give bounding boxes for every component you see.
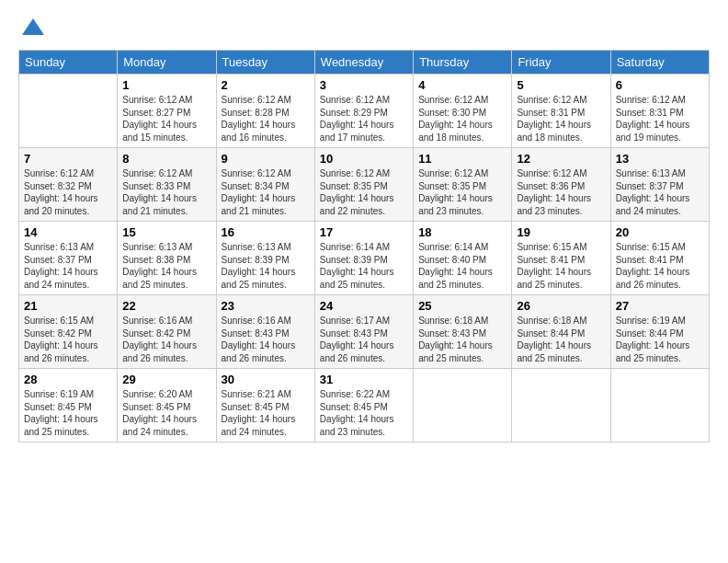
day-info: Sunrise: 6:22 AM Sunset: 8:45 PM Dayligh… [320,388,408,438]
day-info: Sunrise: 6:18 AM Sunset: 8:44 PM Dayligh… [517,315,605,364]
calendar-cell: 25Sunrise: 6:18 AM Sunset: 8:43 PM Dayli… [414,295,512,369]
day-number: 1 [122,78,210,92]
day-number: 28 [24,373,112,386]
calendar-cell: 9Sunrise: 6:12 AM Sunset: 8:34 PM Daylig… [216,148,314,222]
calendar-header-thursday: Thursday [414,51,512,75]
logo-icon [20,15,46,40]
day-info: Sunrise: 6:15 AM Sunset: 8:41 PM Dayligh… [616,241,704,291]
svg-marker-0 [22,18,44,35]
calendar-cell: 28Sunrise: 6:19 AM Sunset: 8:45 PM Dayli… [19,369,118,442]
calendar-cell: 19Sunrise: 6:15 AM Sunset: 8:41 PM Dayli… [512,222,610,295]
calendar-cell: 18Sunrise: 6:14 AM Sunset: 8:40 PM Dayli… [414,222,512,295]
calendar-header-monday: Monday [118,51,216,75]
day-info: Sunrise: 6:12 AM Sunset: 8:30 PM Dayligh… [418,94,506,144]
calendar-cell: 26Sunrise: 6:18 AM Sunset: 8:44 PM Dayli… [512,295,610,369]
day-number: 15 [122,225,210,239]
day-info: Sunrise: 6:13 AM Sunset: 8:37 PM Dayligh… [616,167,704,217]
day-info: Sunrise: 6:12 AM Sunset: 8:34 PM Dayligh… [222,167,310,217]
calendar-cell: 29Sunrise: 6:20 AM Sunset: 8:45 PM Dayli… [118,369,216,442]
day-info: Sunrise: 6:12 AM Sunset: 8:31 PM Dayligh… [517,94,605,144]
day-number: 25 [418,299,506,313]
calendar-cell: 2Sunrise: 6:12 AM Sunset: 8:28 PM Daylig… [216,75,314,148]
day-number: 19 [517,225,605,239]
calendar-cell: 10Sunrise: 6:12 AM Sunset: 8:35 PM Dayli… [314,148,413,222]
day-info: Sunrise: 6:18 AM Sunset: 8:43 PM Dayligh… [418,315,506,364]
calendar-header-row: SundayMondayTuesdayWednesdayThursdayFrid… [19,51,710,75]
calendar-cell [512,369,610,442]
day-number: 16 [222,225,310,239]
calendar-cell: 11Sunrise: 6:12 AM Sunset: 8:35 PM Dayli… [414,148,512,222]
calendar-cell: 12Sunrise: 6:12 AM Sunset: 8:36 PM Dayli… [512,148,610,222]
day-info: Sunrise: 6:15 AM Sunset: 8:41 PM Dayligh… [517,241,605,291]
day-number: 21 [24,299,112,313]
day-number: 8 [122,152,210,166]
day-number: 13 [616,152,704,166]
day-info: Sunrise: 6:17 AM Sunset: 8:43 PM Dayligh… [320,315,408,364]
calendar-header-tuesday: Tuesday [216,51,314,75]
calendar-cell: 4Sunrise: 6:12 AM Sunset: 8:30 PM Daylig… [414,75,512,148]
day-number: 18 [418,225,506,239]
calendar-header-sunday: Sunday [19,51,118,75]
calendar-cell: 27Sunrise: 6:19 AM Sunset: 8:44 PM Dayli… [610,295,709,369]
calendar-header-friday: Friday [512,51,610,75]
day-number: 9 [222,152,310,166]
day-number: 11 [418,152,506,166]
day-number: 12 [517,152,605,166]
calendar-week-2: 7Sunrise: 6:12 AM Sunset: 8:32 PM Daylig… [19,148,710,222]
day-info: Sunrise: 6:16 AM Sunset: 8:43 PM Dayligh… [222,315,310,364]
day-number: 20 [616,225,704,239]
day-number: 2 [222,78,310,92]
calendar-cell: 23Sunrise: 6:16 AM Sunset: 8:43 PM Dayli… [216,295,314,369]
calendar-cell: 24Sunrise: 6:17 AM Sunset: 8:43 PM Dayli… [314,295,413,369]
day-number: 14 [24,225,112,239]
day-info: Sunrise: 6:21 AM Sunset: 8:45 PM Dayligh… [222,388,310,438]
day-info: Sunrise: 6:13 AM Sunset: 8:37 PM Dayligh… [24,241,112,291]
day-number: 10 [320,152,408,166]
day-info: Sunrise: 6:12 AM Sunset: 8:35 PM Dayligh… [418,167,506,217]
calendar-week-5: 28Sunrise: 6:19 AM Sunset: 8:45 PM Dayli… [19,369,710,442]
calendar-table: SundayMondayTuesdayWednesdayThursdayFrid… [18,50,710,442]
calendar-cell: 17Sunrise: 6:14 AM Sunset: 8:39 PM Dayli… [314,222,413,295]
day-info: Sunrise: 6:19 AM Sunset: 8:45 PM Dayligh… [24,388,112,438]
calendar-cell: 13Sunrise: 6:13 AM Sunset: 8:37 PM Dayli… [610,148,709,222]
calendar-week-4: 21Sunrise: 6:15 AM Sunset: 8:42 PM Dayli… [19,295,710,369]
calendar-header-saturday: Saturday [610,51,709,75]
day-number: 31 [320,373,408,386]
day-number: 24 [320,299,408,313]
day-number: 30 [222,373,310,386]
day-number: 22 [122,299,210,313]
day-info: Sunrise: 6:12 AM Sunset: 8:28 PM Dayligh… [222,94,310,144]
day-number: 5 [517,78,605,92]
day-info: Sunrise: 6:19 AM Sunset: 8:44 PM Dayligh… [616,315,704,364]
calendar-cell: 6Sunrise: 6:12 AM Sunset: 8:31 PM Daylig… [610,75,709,148]
day-number: 26 [517,299,605,313]
day-info: Sunrise: 6:12 AM Sunset: 8:29 PM Dayligh… [320,94,408,144]
calendar-cell: 31Sunrise: 6:22 AM Sunset: 8:45 PM Dayli… [314,369,413,442]
day-info: Sunrise: 6:12 AM Sunset: 8:32 PM Dayligh… [24,167,112,217]
day-number: 17 [320,225,408,239]
calendar-cell: 1Sunrise: 6:12 AM Sunset: 8:27 PM Daylig… [118,75,216,148]
day-info: Sunrise: 6:14 AM Sunset: 8:39 PM Dayligh… [320,241,408,291]
day-info: Sunrise: 6:12 AM Sunset: 8:36 PM Dayligh… [517,167,605,217]
calendar-cell: 20Sunrise: 6:15 AM Sunset: 8:41 PM Dayli… [610,222,709,295]
calendar-cell: 21Sunrise: 6:15 AM Sunset: 8:42 PM Dayli… [19,295,118,369]
logo [18,15,46,40]
day-info: Sunrise: 6:16 AM Sunset: 8:42 PM Dayligh… [122,315,210,364]
day-number: 4 [418,78,506,92]
calendar-cell: 16Sunrise: 6:13 AM Sunset: 8:39 PM Dayli… [216,222,314,295]
calendar-cell: 22Sunrise: 6:16 AM Sunset: 8:42 PM Dayli… [118,295,216,369]
calendar-cell [19,75,118,148]
calendar-cell: 7Sunrise: 6:12 AM Sunset: 8:32 PM Daylig… [19,148,118,222]
day-number: 3 [320,78,408,92]
header [18,15,710,40]
day-info: Sunrise: 6:20 AM Sunset: 8:45 PM Dayligh… [122,388,210,438]
day-info: Sunrise: 6:14 AM Sunset: 8:40 PM Dayligh… [418,241,506,291]
day-info: Sunrise: 6:13 AM Sunset: 8:38 PM Dayligh… [122,241,210,291]
calendar-cell: 14Sunrise: 6:13 AM Sunset: 8:37 PM Dayli… [19,222,118,295]
calendar-cell: 5Sunrise: 6:12 AM Sunset: 8:31 PM Daylig… [512,75,610,148]
calendar-header-wednesday: Wednesday [314,51,413,75]
day-number: 6 [616,78,704,92]
day-number: 7 [24,152,112,166]
calendar-cell: 15Sunrise: 6:13 AM Sunset: 8:38 PM Dayli… [118,222,216,295]
calendar-week-1: 1Sunrise: 6:12 AM Sunset: 8:27 PM Daylig… [19,75,710,148]
